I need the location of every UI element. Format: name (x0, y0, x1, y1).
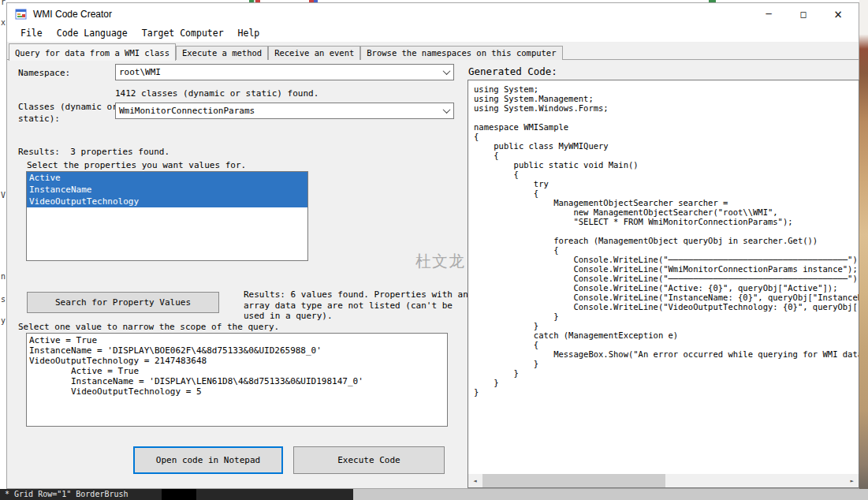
app-icon (15, 8, 28, 21)
list-item[interactable]: InstanceName = 'DISPLAY\BOE062F\4&8d7513… (27, 345, 447, 356)
desktop-wallpaper-strip (859, 0, 868, 489)
edge-letter: r (1, 0, 6, 6)
menu-item-target-computer[interactable]: Target Computer (135, 26, 231, 40)
list-item[interactable]: InstanceName = 'DISPLAY\LEN61D8\4&8d7513… (27, 376, 447, 386)
watermark: 杜文龙 (415, 251, 465, 272)
generated-code-box: using System; using System.Management; u… (468, 80, 859, 488)
maximize-button[interactable]: □ (786, 3, 821, 24)
window-title: WMI Code Creator (33, 9, 112, 20)
generated-code-label: Generated Code: (468, 65, 557, 77)
tab-receive-event[interactable]: Receive an event (268, 46, 360, 60)
code-horizontal-scrollbar[interactable]: ◄ ► (468, 474, 859, 487)
list-item[interactable]: VideoOutputTechnology = 2147483648 (27, 356, 447, 366)
namespace-combobox[interactable]: root\WMI (115, 64, 454, 80)
list-item-active[interactable]: Active (27, 172, 307, 184)
edge-letter: s (1, 296, 6, 304)
namespace-value: root\WMI (116, 67, 439, 77)
chevron-down-icon[interactable] (439, 65, 453, 80)
select-value-text: Select one value to narrow the scope of … (18, 321, 279, 333)
wmi-code-creator-window: WMI Code Creator ─ □ × File Code Languag… (6, 2, 859, 489)
generated-code-textbox[interactable]: using System; using System.Management; u… (468, 80, 859, 474)
classes-combobox[interactable]: WmiMonitorConnectionParams (115, 103, 454, 119)
list-item-instancename[interactable]: InstanceName (27, 184, 307, 196)
scroll-right-arrow-icon[interactable]: ► (845, 474, 859, 487)
screen: r x V| n s y * Grid Row="1" BorderBrush … (0, 0, 868, 500)
chevron-down-icon[interactable] (439, 103, 453, 118)
list-item[interactable]: Active = True (27, 366, 447, 376)
execute-code-button[interactable]: Execute Code (293, 446, 445, 474)
search-property-values-button[interactable]: Search for Property Values (27, 292, 219, 313)
list-item[interactable]: Active = True (27, 335, 447, 345)
menubar: File Code Language Target Computer Help (7, 24, 859, 42)
classes-label: Classes (dynamic or static): (18, 101, 121, 125)
close-button[interactable]: × (821, 3, 855, 24)
menu-item-code-language[interactable]: Code Language (50, 26, 135, 40)
menu-item-help[interactable]: Help (231, 26, 267, 40)
classes-value: WmiMonitorConnectionParams (116, 106, 439, 116)
tab-execute-method[interactable]: Execute a method (176, 46, 268, 60)
menu-item-file[interactable]: File (13, 26, 50, 40)
edge-letter: x (1, 19, 6, 27)
titlebar: WMI Code Creator ─ □ × (7, 3, 859, 24)
bottom-black-box (162, 489, 196, 500)
open-code-notepad-button[interactable]: Open code in Notepad (133, 446, 283, 474)
background-editor-bar: * Grid Row="1" BorderBrush (0, 489, 868, 500)
edge-letter: n (1, 273, 6, 281)
values-results-text: Results: 6 values found. Properties with… (244, 289, 477, 322)
scroll-left-arrow-icon[interactable]: ◄ (468, 474, 482, 487)
list-item[interactable]: VideoOutputTechnology = 5 (27, 386, 447, 397)
window-controls: ─ □ × (751, 3, 855, 24)
minimize-button[interactable]: ─ (751, 3, 786, 24)
classes-found-text: 1412 classes (dynamic or static) found. (115, 88, 319, 99)
tabstrip: Query for data from a WMI class Execute … (9, 43, 563, 60)
list-item-videooutputtechnology[interactable]: VideoOutputTechnology (27, 196, 307, 207)
tab-query-wmi-class[interactable]: Query for data from a WMI class (9, 43, 176, 61)
namespace-label: Namespace: (18, 67, 70, 79)
scrollbar-thumb[interactable] (482, 474, 665, 487)
tab-browse-namespaces[interactable]: Browse the namespaces on this computer (360, 46, 562, 60)
properties-results-text: Results: 3 properties found. (18, 146, 170, 158)
edge-letter: y (1, 317, 6, 325)
properties-listbox[interactable]: Active InstanceName VideoOutputTechnolog… (26, 171, 308, 261)
values-listbox[interactable]: Active = True InstanceName = 'DISPLAY\BO… (26, 333, 448, 427)
select-properties-text: Select the properties you want values fo… (27, 159, 246, 171)
